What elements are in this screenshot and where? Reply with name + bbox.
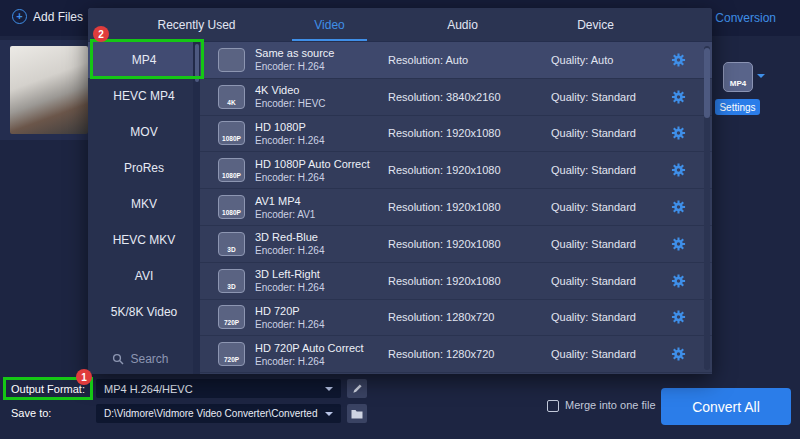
format-quality: Quality: Standard [551, 311, 665, 323]
chevron-down-icon[interactable] [757, 74, 765, 82]
format-name: Same as source [255, 47, 388, 59]
format-quality: Quality: Standard [551, 91, 665, 103]
format-encoder: Encoder: H.264 [255, 356, 388, 367]
format-encoder: Encoder: H.264 [255, 61, 388, 72]
format-quality: Quality: Standard [551, 127, 665, 139]
pencil-icon [352, 383, 363, 394]
sidebar-item-mkv[interactable]: MKV [88, 186, 200, 222]
format-encoder: Encoder: H.264 [255, 282, 388, 293]
convert-all-button[interactable]: Convert All [661, 388, 791, 425]
format-icon: 720P [218, 305, 245, 329]
format-resolution: Resolution: 1920x1080 [388, 127, 551, 139]
merge-checkbox[interactable] [547, 400, 559, 412]
format-encoder: Encoder: H.264 [255, 135, 388, 146]
output-format-chip[interactable]: MP4 [723, 62, 753, 92]
sidebar-item-hevc-mkv[interactable]: HEVC MKV [88, 222, 200, 258]
sidebar-item-mp4[interactable]: MP4 [88, 42, 200, 78]
format-quality: Quality: Standard [551, 201, 665, 213]
search-button[interactable]: Search [88, 352, 193, 366]
format-row-same-as-source[interactable]: Same as source Encoder: H.264 Resolution… [200, 42, 712, 79]
format-name: 4K Video [255, 84, 388, 96]
format-quality: Quality: Standard [551, 238, 665, 250]
edit-profile-button[interactable] [347, 379, 367, 398]
format-resolution: Resolution: 3840x2160 [388, 91, 551, 103]
format-resolution: Resolution: 1920x1080 [388, 164, 551, 176]
format-icon: 720P [218, 342, 245, 366]
format-encoder: Encoder: HEVC [255, 98, 388, 109]
format-resolution: Resolution: 1280x720 [388, 348, 551, 360]
format-quality: Quality: Standard [551, 348, 665, 360]
format-name: 3D Left-Right [255, 268, 388, 280]
format-row-av1-mp4[interactable]: 1080P AV1 MP4 Encoder: AV1 Resolution: 1… [200, 189, 712, 226]
gear-icon[interactable] [671, 236, 686, 251]
format-row-3d-left-right[interactable]: 3D 3D Left-Right Encoder: H.264 Resoluti… [200, 263, 712, 300]
format-row-hd-720p[interactable]: 720P HD 720P Encoder: H.264 Resolution: … [200, 300, 712, 337]
format-name: 3D Red-Blue [255, 231, 388, 243]
format-encoder: Encoder: H.264 [255, 172, 388, 183]
gear-icon[interactable] [671, 163, 686, 178]
sidebar-item-5k8k[interactable]: 5K/8K Video [88, 294, 200, 330]
format-icon: 4K [218, 85, 245, 109]
format-icon [218, 48, 245, 72]
format-icon: 1080P [218, 158, 245, 182]
sidebar-item-prores[interactable]: ProRes [88, 150, 200, 186]
tab-video[interactable]: Video [263, 8, 396, 41]
gear-icon[interactable] [671, 52, 686, 67]
chevron-down-icon [325, 412, 333, 420]
format-resolution: Resolution: 1920x1080 [388, 275, 551, 287]
plus-icon: + [12, 9, 27, 24]
save-to-value: D:\Vidmore\Vidmore Video Converter\Conve… [104, 408, 325, 419]
browse-folder-button[interactable] [347, 404, 367, 423]
sidebar-item-avi[interactable]: AVI [88, 258, 200, 294]
chevron-down-icon [325, 387, 333, 395]
gear-icon[interactable] [671, 200, 686, 215]
gear-icon[interactable] [671, 89, 686, 104]
add-files-label: Add Files [33, 10, 83, 24]
output-format-dropdown[interactable]: MP4 H.264/HEVC [96, 379, 341, 398]
save-to-label: Save to: [11, 407, 51, 419]
gear-icon[interactable] [671, 310, 686, 325]
merge-label: Merge into one file [565, 399, 656, 411]
gear-icon[interactable] [671, 347, 686, 362]
sidebar-item-mov[interactable]: MOV [88, 114, 200, 150]
format-resolution: Resolution: Auto [388, 54, 551, 66]
sidebar-item-hevc-mp4[interactable]: HEVC MP4 [88, 78, 200, 114]
sidebar-scrollbar[interactable] [193, 42, 200, 374]
output-format-label: Output Format: [11, 383, 85, 395]
format-row-hd-1080p[interactable]: 1080P HD 1080P Encoder: H.264 Resolution… [200, 116, 712, 153]
format-name: AV1 MP4 [255, 195, 388, 207]
format-name: HD 1080P Auto Correct [255, 158, 388, 170]
video-thumbnail[interactable] [10, 46, 88, 134]
output-format-value: MP4 H.264/HEVC [104, 383, 325, 395]
format-icon: 3D [218, 232, 245, 256]
format-resolution: Resolution: 1920x1080 [388, 238, 551, 250]
format-icon: 1080P [218, 121, 245, 145]
settings-button[interactable]: Settings [715, 99, 760, 115]
format-icon: 1080P [218, 195, 245, 219]
popup-tab-bar: Recently Used Video Audio Device [88, 8, 712, 42]
format-row-3d-red-blue[interactable]: 3D 3D Red-Blue Encoder: H.264 Resolution… [200, 226, 712, 263]
gear-icon[interactable] [671, 126, 686, 141]
format-resolution: Resolution: 1280x720 [388, 311, 551, 323]
tab-device[interactable]: Device [529, 8, 662, 41]
format-row-hd-720p-auto-correct[interactable]: 720P HD 720P Auto Correct Encoder: H.264… [200, 336, 712, 373]
format-encoder: Encoder: H.264 [255, 319, 388, 330]
format-quality: Quality: Standard [551, 275, 665, 287]
format-row-hd-1080p-auto-correct[interactable]: 1080P HD 1080P Auto Correct Encoder: H.2… [200, 152, 712, 189]
search-icon [112, 353, 124, 365]
search-label: Search [130, 352, 168, 366]
format-encoder: Encoder: H.264 [255, 245, 388, 256]
add-files-button[interactable]: + Add Files [12, 9, 97, 24]
format-row-4k-video[interactable]: 4K 4K Video Encoder: HEVC Resolution: 38… [200, 79, 712, 116]
list-scrollbar[interactable] [704, 46, 710, 370]
gear-icon[interactable] [671, 273, 686, 288]
format-name: HD 720P Auto Correct [255, 342, 388, 354]
format-popup: Recently Used Video Audio Device MP4 HEV… [88, 8, 712, 374]
format-name: HD 1080P [255, 121, 388, 133]
format-icon: 3D [218, 269, 245, 293]
tab-audio[interactable]: Audio [396, 8, 529, 41]
format-list: Same as source Encoder: H.264 Resolution… [200, 42, 712, 374]
format-resolution: Resolution: 1920x1080 [388, 201, 551, 213]
tab-recently-used[interactable]: Recently Used [130, 8, 263, 41]
save-to-dropdown[interactable]: D:\Vidmore\Vidmore Video Converter\Conve… [96, 404, 341, 423]
